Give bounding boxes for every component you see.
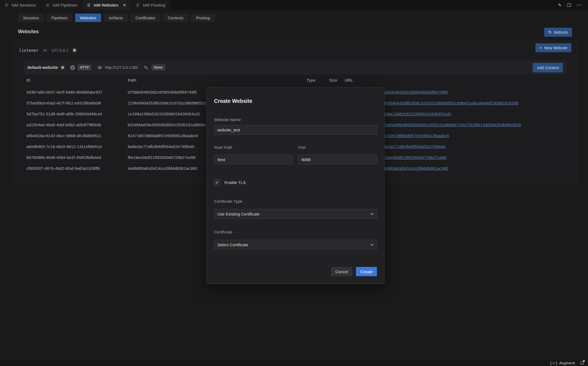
- nav-pill-label: Artifacts: [109, 16, 123, 20]
- modal-title: Create Website: [214, 98, 252, 104]
- link-icon: [97, 65, 102, 70]
- nav-pill-label: Pivoting: [196, 16, 210, 20]
- new-website-button[interactable]: +New Website: [535, 43, 572, 52]
- page-title: Websites: [18, 29, 39, 35]
- nav-pill[interactable]: Pivoting: [191, 14, 215, 22]
- col-header-url: URL: [343, 78, 572, 82]
- augment-status-item[interactable]: { } Augment: [550, 361, 575, 365]
- status-bar: { } Augment: [0, 360, 588, 366]
- augment-icon: {: [550, 361, 552, 365]
- root-path-input[interactable]: [214, 155, 293, 164]
- key-icon: [144, 65, 149, 70]
- certificate-label: Certificate: [214, 230, 233, 234]
- check-icon: ✓: [215, 180, 219, 185]
- nav-pill[interactable]: Pipelines: [47, 14, 72, 22]
- section-nav: Sessions Pipelines Websites Artifacts Ce…: [18, 14, 215, 22]
- certificate-type-select[interactable]: Use Existing Certificate: [214, 209, 377, 219]
- nav-pill[interactable]: Contexts: [163, 14, 188, 22]
- website-header: default-website HTTP http://127.0.0.1:80…: [24, 61, 566, 74]
- editor-tab[interactable]: IoM Pipelines: [41, 0, 82, 10]
- enable-tls-label: Enable TLS: [224, 180, 246, 185]
- col-header-id: ID: [24, 78, 126, 82]
- list-icon: [87, 3, 91, 7]
- cell-id: cf855507-d87b-4bd2-80af-9a63a1b28ff6: [24, 166, 126, 171]
- notifications-bell-icon[interactable]: [580, 361, 584, 365]
- listener-status-dot: [73, 49, 76, 52]
- list-icon: [46, 3, 50, 7]
- split-editor-icon[interactable]: [567, 3, 571, 7]
- nav-pill[interactable]: Sessions: [18, 14, 44, 22]
- cell-id: a6ed8463-7c18-46c0-9612-1311efbfe51d: [24, 144, 126, 149]
- refresh-icon: ↻: [548, 30, 552, 35]
- port-input[interactable]: [298, 155, 377, 164]
- create-website-modal: Create Website Website Name Root Path Po…: [206, 87, 385, 284]
- add-content-button[interactable]: Add Content: [533, 63, 563, 72]
- editor-tab-bar: IoM Sessions IoM Pipelines: [0, 0, 588, 10]
- port-label: Port: [298, 145, 306, 150]
- modal-footer: Cancel Create: [331, 267, 377, 276]
- root-path-label: Root Path: [214, 145, 232, 150]
- cell-id: 3d367a80-0937-4e2f-8480-9b06bfabe307: [24, 90, 126, 94]
- cell-id: 57bed5bd-e0a3-407f-9fc2-e931f6b48a98: [24, 101, 126, 105]
- col-header-size: Size: [327, 78, 343, 82]
- listener-header: listener 127.0.0.1 +New Website: [13, 41, 577, 60]
- website-name-label: Website Name: [214, 117, 241, 122]
- list-icon: [5, 3, 9, 7]
- cell-id: a32304a0-46a5-4ebf-b5b2-a054f79f693b: [24, 122, 126, 127]
- website-name: default-website: [27, 65, 58, 70]
- enable-tls-row: ✓ Enable TLS: [214, 179, 246, 186]
- app-window: IoM Sessions IoM Pipelines: [0, 0, 588, 366]
- editor-tab-label: IoM Pivoting: [143, 3, 165, 7]
- auth-badge: None: [151, 64, 165, 70]
- editor-tab[interactable]: IoM Pivoting: [131, 0, 170, 10]
- nav-pill-label: Pipelines: [51, 16, 68, 20]
- certificate-type-label: Certificate Type: [214, 199, 242, 204]
- website-status-dot: [61, 66, 64, 69]
- edit-icon[interactable]: ✎: [558, 2, 562, 8]
- col-header-type: Type: [304, 78, 327, 82]
- augment-icon-close: }: [556, 361, 557, 365]
- table-header-row: ID Path Type Size URL: [24, 74, 572, 87]
- augment-label: Augment: [559, 361, 575, 365]
- editor-tab[interactable]: IoM Sessions: [0, 0, 41, 10]
- chevron-down-icon: [370, 213, 374, 215]
- chevron-down-icon: [370, 244, 374, 246]
- editor-tab-label: IoM Pipelines: [53, 3, 77, 7]
- notification-dot: [583, 360, 585, 362]
- augment-smile-icon: [552, 361, 556, 365]
- nav-pill-label: Certificates: [135, 16, 155, 20]
- protocol-badge: HTTP: [78, 64, 92, 70]
- editor-tab[interactable]: IoM Websites ✕: [82, 0, 131, 10]
- refresh-button[interactable]: ↻Refresh: [544, 28, 572, 37]
- cancel-button[interactable]: Cancel: [331, 267, 352, 276]
- certificate-select[interactable]: Select Certificate: [214, 240, 377, 250]
- tabbar-actions: ✎ ···: [558, 0, 588, 10]
- cell-id: b6760866-4648-4094-be2f-456f1fb8b4ed: [24, 155, 126, 160]
- close-icon[interactable]: ✕: [123, 3, 126, 7]
- list-icon: [136, 3, 140, 7]
- certificate-type-value: Use Existing Certificate: [217, 212, 260, 216]
- website-name-input[interactable]: [214, 125, 377, 135]
- nav-pill-label: Contexts: [168, 16, 183, 20]
- editor-tab-label: IoM Sessions: [11, 3, 36, 7]
- editor-tabs: IoM Sessions IoM Pipelines: [0, 0, 170, 10]
- col-header-path: Path: [126, 78, 304, 82]
- editor-tab-label: IoM Websites: [94, 3, 118, 7]
- nav-pill[interactable]: Certificates: [130, 14, 160, 22]
- more-actions-icon[interactable]: ···: [577, 3, 583, 8]
- connection-icon: [43, 48, 47, 53]
- nav-pill-label: Sessions: [23, 16, 39, 20]
- cell-id: a5b4d16a-6142-4bcc-9d08-afc3fa869511: [24, 133, 126, 138]
- certificate-value: Select Certificate: [217, 242, 248, 247]
- nav-pill[interactable]: Artifacts: [104, 14, 128, 22]
- plus-icon: +: [540, 46, 542, 50]
- enable-tls-checkbox[interactable]: ✓: [214, 179, 220, 186]
- globe-icon: [70, 65, 75, 70]
- create-button[interactable]: Create: [356, 267, 377, 276]
- cell-id: 5d7ba751-51d9-4e8f-af0b-298834d49c44: [24, 112, 126, 116]
- listener-host: 127.0.0.1: [51, 48, 68, 53]
- nav-pill-label: Websites: [80, 16, 96, 20]
- listener-name: listener: [19, 48, 38, 53]
- nav-pill[interactable]: Websites: [75, 14, 101, 22]
- website-url: http://127.0.0.1:80/: [105, 65, 138, 70]
